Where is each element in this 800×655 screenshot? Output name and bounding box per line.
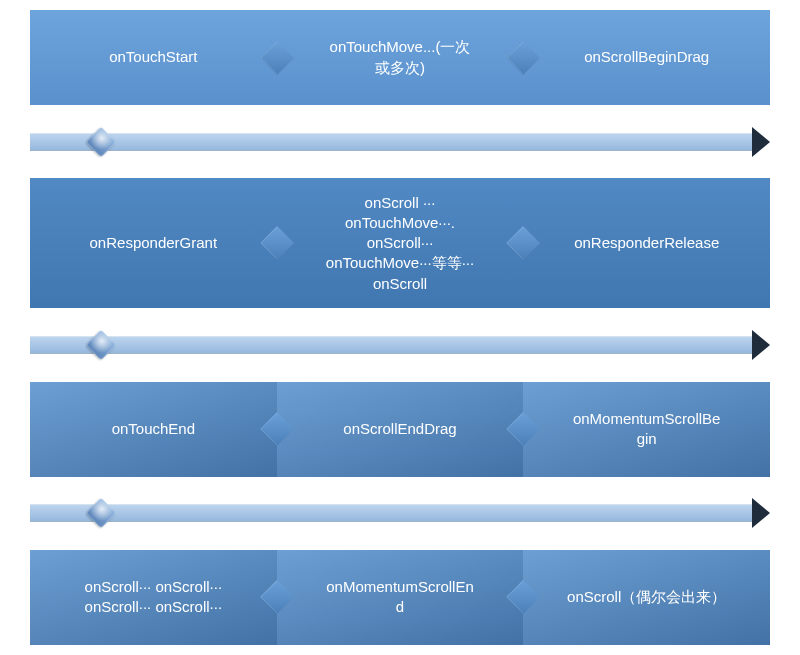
flow-row-4: onScroll··· onScroll··· onScroll··· onSc…: [30, 550, 770, 645]
flow-row-2: onResponderGrant onScroll ··· onTouchMov…: [30, 178, 770, 308]
flow-cell-label: onResponderGrant: [90, 233, 218, 253]
flow-cell: onScrollBeginDrag: [523, 10, 770, 105]
arrow-head-icon: [752, 498, 770, 528]
flow-cell: onScroll··· onScroll··· onScroll··· onSc…: [30, 550, 277, 645]
flow-cell-label: onMomentumScrollBe gin: [573, 409, 721, 450]
flow-cell-label: onScroll ··· onTouchMove···. onScroll···…: [326, 193, 474, 294]
flow-cell: onScrollEndDrag: [277, 382, 524, 477]
flow-cell-label: onScroll··· onScroll··· onScroll··· onSc…: [85, 577, 223, 618]
flow-cell: onResponderRelease: [523, 178, 770, 308]
arrow-head-icon: [752, 127, 770, 157]
flow-cell: onResponderGrant: [30, 178, 277, 308]
flow-cell: onScroll ··· onTouchMove···. onScroll···…: [277, 178, 524, 308]
flow-cell-label: onScrollEndDrag: [343, 419, 456, 439]
arrow-origin-icon: [90, 334, 112, 356]
arrow-connector: [30, 330, 770, 360]
flow-cell: onTouchMove...(一次 或多次): [277, 10, 524, 105]
flow-cell-label: onMomentumScrollEn d: [326, 577, 474, 618]
arrow-head-icon: [752, 330, 770, 360]
flow-cell-label: onTouchEnd: [112, 419, 195, 439]
flow-cell-label: onTouchStart: [109, 47, 197, 67]
arrow-shaft: [30, 504, 752, 522]
arrow-origin-icon: [90, 502, 112, 524]
arrow-origin-icon: [90, 131, 112, 153]
flow-cell-label: onResponderRelease: [574, 233, 719, 253]
flow-row-3: onTouchEnd onScrollEndDrag onMomentumScr…: [30, 382, 770, 477]
flow-cell: onTouchEnd: [30, 382, 277, 477]
flow-cell-label: onScrollBeginDrag: [584, 47, 709, 67]
arrow-connector: [30, 498, 770, 528]
flow-cell: onScroll（偶尔会出来）: [523, 550, 770, 645]
arrow-shaft: [30, 336, 752, 354]
flow-cell: onMomentumScrollEn d: [277, 550, 524, 645]
arrow-connector: [30, 127, 770, 157]
flow-cell-label: onTouchMove...(一次 或多次): [330, 37, 471, 78]
flow-cell: onTouchStart: [30, 10, 277, 105]
flow-row-1: onTouchStart onTouchMove...(一次 或多次) onSc…: [30, 10, 770, 105]
flow-cell: onMomentumScrollBe gin: [523, 382, 770, 477]
arrow-shaft: [30, 133, 752, 151]
flow-cell-label: onScroll（偶尔会出来）: [567, 587, 726, 607]
